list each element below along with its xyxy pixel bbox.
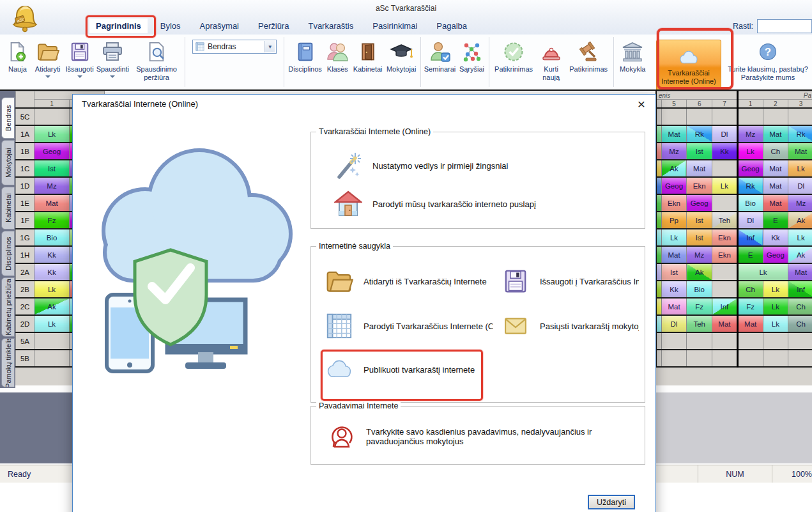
show-online-item[interactable]: Parodyti Tvarkaraščius Internete (O xyxy=(325,306,493,346)
timetable-cell[interactable] xyxy=(788,350,812,367)
timetable-cell[interactable] xyxy=(763,332,788,350)
menu-tab-pagalba[interactable]: Pagalba xyxy=(436,21,467,31)
teachers-button[interactable]: Mokytojai xyxy=(384,35,418,75)
menu-tab-pagrindinis[interactable]: Pagrindinis xyxy=(89,19,148,33)
timetable-cell[interactable] xyxy=(712,108,738,125)
dialog-close-button[interactable]: Uždaryti xyxy=(588,495,635,509)
rooms-button[interactable]: Kabinetai xyxy=(351,35,385,75)
timetable-cell[interactable]: Lk xyxy=(34,281,70,298)
timetable-cell[interactable] xyxy=(34,332,70,350)
timetable-cell[interactable]: Lk xyxy=(763,315,788,332)
timetable-cell[interactable]: Ch xyxy=(788,298,812,315)
timetable-cell[interactable] xyxy=(712,263,738,281)
timetable-cell[interactable]: Fz xyxy=(687,298,712,315)
timetable-cell[interactable]: Teh xyxy=(712,212,738,229)
timetable-cell[interactable] xyxy=(712,281,738,298)
timetables-online-button[interactable]: Tvarkaraščiai Internete (Online) xyxy=(656,40,721,92)
timetable-cell[interactable]: Geog xyxy=(687,194,712,212)
timetable-cell[interactable]: Mat xyxy=(788,143,812,160)
timetable-cell[interactable]: Dl xyxy=(788,177,812,194)
timetable-cell[interactable] xyxy=(656,350,661,367)
new-button[interactable]: Nauja xyxy=(4,35,31,75)
send-to-teachers-item[interactable]: Pasiųsti tvarkaraštį mokytojams xyxy=(502,306,639,346)
timetable-cell[interactable] xyxy=(661,108,687,125)
timetable-cell[interactable]: Lk xyxy=(737,143,763,160)
timetable-cell[interactable]: Lk xyxy=(763,281,788,298)
timetable-cell[interactable]: Mat xyxy=(661,246,687,263)
timetable-cell[interactable] xyxy=(34,108,70,125)
timetable-cell[interactable] xyxy=(656,143,661,160)
timetable-cell[interactable]: Lk xyxy=(712,177,738,194)
timetable-cell[interactable]: Rk xyxy=(788,125,812,143)
timetable-cell[interactable]: Lk xyxy=(34,125,70,143)
timetable-cell[interactable]: Mz xyxy=(661,143,687,160)
view-tab-kabinetu-prieziura[interactable]: Kabinetų priežiūra xyxy=(1,277,15,337)
timetable-cell[interactable]: Inf xyxy=(712,298,738,315)
save-dropdown-caret-icon[interactable] xyxy=(77,75,82,78)
timetable-cell[interactable] xyxy=(656,160,661,177)
timetable-cell[interactable]: Dl xyxy=(661,315,687,332)
timetable-cell[interactable] xyxy=(656,281,661,298)
timetable-cell[interactable]: Ist xyxy=(687,212,712,229)
timetable-cell[interactable]: Kk xyxy=(712,143,738,160)
homepage-item[interactable]: Parodyti mūsų tvarkaraščio interneto pus… xyxy=(334,187,536,221)
timetable-cell[interactable]: Ch xyxy=(788,315,812,332)
timetable-cell[interactable]: Mat xyxy=(737,315,763,332)
timetable-cell[interactable] xyxy=(687,108,712,125)
open-dropdown-caret-icon[interactable] xyxy=(45,75,50,78)
close-icon[interactable]: × xyxy=(635,96,648,112)
save-to-online-item[interactable]: Išsaugoti į Tvarkaraščius Internete xyxy=(502,261,639,302)
timetable-cell[interactable]: E xyxy=(737,246,763,263)
timetable-cell[interactable] xyxy=(712,332,738,350)
print-dropdown-caret-icon[interactable] xyxy=(110,75,115,78)
school-button[interactable]: Mokykla xyxy=(616,35,650,75)
timetable-cell[interactable]: Ist xyxy=(34,160,70,177)
timetable-cell[interactable]: Kk xyxy=(34,263,70,281)
timetable-cell[interactable] xyxy=(661,350,687,367)
seminars-button[interactable]: Seminarai xyxy=(423,35,457,75)
timetable-cell[interactable] xyxy=(763,350,788,367)
timetable-cell[interactable] xyxy=(661,332,687,350)
timetable-cell[interactable] xyxy=(687,332,712,350)
timetable-cell[interactable] xyxy=(656,177,661,194)
timetable-cell[interactable]: Mat xyxy=(763,194,788,212)
timetable-cell[interactable] xyxy=(656,315,661,332)
menu-tab-bylos[interactable]: Bylos xyxy=(160,21,181,31)
timetable-cell[interactable] xyxy=(763,108,788,125)
timetable-cell[interactable]: Mat xyxy=(712,315,738,332)
timetable-cell[interactable] xyxy=(656,263,661,281)
timetable-cell[interactable]: Ekn xyxy=(712,246,738,263)
timetable-cell[interactable]: Lk xyxy=(661,229,687,246)
view-tab-mokytojai[interactable]: Mokytojai xyxy=(1,140,15,185)
timetable-cell[interactable]: Ist xyxy=(687,143,712,160)
timetable-cell[interactable]: Mat xyxy=(661,298,687,315)
timetable-cell[interactable]: Geog xyxy=(737,160,763,177)
timetable-cell[interactable] xyxy=(656,246,661,263)
view-select-caret-icon[interactable]: ▼ xyxy=(264,41,275,52)
timetable-cell[interactable]: Ak xyxy=(661,160,687,177)
check-button[interactable]: Patikrinimas xyxy=(491,35,537,75)
timetable-cell[interactable] xyxy=(712,160,738,177)
timetable-cell[interactable] xyxy=(656,212,661,229)
timetable-cell[interactable]: Ak xyxy=(788,246,812,263)
timetable-cell[interactable]: Mz xyxy=(34,177,70,194)
help-contact-button[interactable]: ? Turite klausimų, pastabų? Parašykite m… xyxy=(724,35,812,82)
timetable-cell[interactable]: Ekn xyxy=(661,194,687,212)
timetable-cell[interactable]: Kk xyxy=(661,281,687,298)
timetable-cell[interactable] xyxy=(712,350,738,367)
view-select[interactable]: Bendras ▼ xyxy=(192,40,277,54)
timetable-cell[interactable]: Bio xyxy=(737,194,763,212)
timetable-cell[interactable]: Kk xyxy=(34,246,70,263)
timetable-cell[interactable]: Geog xyxy=(763,246,788,263)
timetable-cell[interactable]: Rk xyxy=(687,125,712,143)
timetable-cell[interactable]: Ekn xyxy=(687,177,712,194)
timetable-cell[interactable] xyxy=(34,350,70,367)
timetable-cell[interactable]: Mz xyxy=(687,246,712,263)
timetable-cell[interactable]: Teh xyxy=(687,315,712,332)
menu-tab-aprasymai[interactable]: Aprašymai xyxy=(200,21,239,31)
timetable-cell[interactable]: Lk xyxy=(788,160,812,177)
timetable-cell[interactable]: Inf xyxy=(737,229,763,246)
create-new-button[interactable]: Kurti naują xyxy=(537,35,566,82)
timetable-cell[interactable]: Kk xyxy=(763,229,788,246)
timetable-cell[interactable]: Mz xyxy=(788,194,812,212)
